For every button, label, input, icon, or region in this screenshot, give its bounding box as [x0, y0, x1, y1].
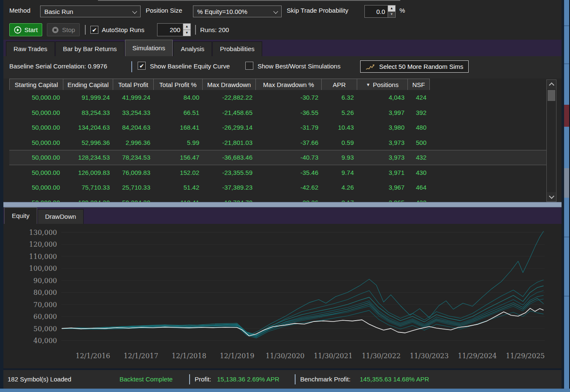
tab-equity[interactable]: Equity [4, 207, 37, 224]
autostop-checkbox[interactable]: ✔ [90, 26, 98, 34]
window-bottom-edge [0, 389, 570, 392]
column-header-max-drawdown-[interactable]: Max Drawdown % [256, 79, 322, 90]
tab-simulations[interactable]: Simulations [125, 40, 173, 56]
table-cell: 500 [408, 139, 430, 146]
column-header-positions[interactable]: ▼Positions [357, 79, 408, 90]
column-header-total-profit-[interactable]: Total Profit % [154, 79, 203, 90]
table-row[interactable]: 50,000.00109,204.3059,204.30118.41-18,72… [9, 195, 548, 202]
table-cell: 134,204.63 [63, 124, 113, 131]
table-cell: -37.66 [256, 139, 322, 146]
column-header-label: Positions [373, 81, 399, 88]
tab-raw-trades[interactable]: Raw Trades [6, 41, 55, 56]
svg-text:12/1/2017: 12/1/2017 [124, 352, 158, 360]
column-header-total-profit[interactable]: Total Profit [113, 79, 154, 90]
column-header-label: APR [333, 81, 346, 88]
column-header-starting-capital[interactable]: Starting Capital [9, 79, 63, 90]
tab-analysis[interactable]: Analysis [173, 41, 212, 56]
column-header-ending-capital[interactable]: Ending Capital [63, 79, 113, 90]
table-row[interactable]: 50,000.0091,999.2441,999.2484.00-22,882.… [9, 90, 548, 105]
show-baseline-equity-label: Show Baseline Equity Curve [150, 63, 230, 70]
chart-tabbar: Equity DrawDown [3, 207, 562, 224]
skip-trade-probability-spinner[interactable]: 0.0 ▲ ▼ [364, 5, 396, 18]
spinner-up-icon[interactable]: ▲ [183, 24, 190, 30]
column-header-label: Max Drawdown % [263, 81, 314, 88]
table-scrollbar[interactable] [546, 79, 556, 202]
show-bestworst-checkbox[interactable] [245, 62, 253, 70]
table-cell: 10.43 [322, 124, 357, 131]
stop-circle-icon [52, 26, 59, 34]
spinner-down-icon[interactable]: ▼ [183, 30, 190, 36]
svg-text:90,000: 90,000 [33, 277, 57, 285]
skip-trade-probability-value[interactable]: 0.0 [365, 5, 388, 17]
table-cell: -35.46 [256, 169, 322, 176]
table-cell: -42.62 [256, 184, 322, 191]
stop-button[interactable]: Stop [47, 23, 80, 36]
table-cell: -21,801.03 [203, 139, 256, 146]
scroll-down-icon[interactable] [547, 192, 556, 201]
table-cell: 464 [408, 184, 430, 191]
svg-text:50,000: 50,000 [33, 325, 57, 333]
table-cell: 78,234.53 [113, 154, 154, 161]
options-separator [131, 61, 132, 72]
scroll-up-icon[interactable] [547, 80, 556, 89]
autostop-runs-value[interactable]: 200 [157, 24, 183, 36]
column-header-max-drawdown[interactable]: Max Drawdown [203, 79, 256, 90]
table-cell: 3,973 [357, 139, 408, 146]
spinner-down-icon[interactable]: ▼ [388, 11, 395, 18]
column-header-label: NSF [413, 81, 425, 88]
column-header-nsf[interactable]: NSF [408, 79, 430, 90]
horizontal-splitter[interactable] [3, 202, 562, 207]
svg-text:40,000: 40,000 [33, 337, 57, 345]
table-row[interactable]: 50,000.00134,204.6384,204.63168.41-26,29… [9, 120, 548, 135]
table-cell: 424 [408, 94, 430, 101]
table-cell: 156.47 [154, 154, 203, 161]
equity-chart-svg: 40,00050,00060,00070,00080,00090,000100,… [3, 224, 562, 368]
table-cell: -23,355.59 [203, 169, 256, 176]
table-cell: 3,980 [357, 124, 408, 131]
svg-text:60,000: 60,000 [33, 313, 57, 321]
table-row[interactable]: 50,000.00126,009.8376,009.83152.02-23,35… [9, 165, 548, 180]
benchmark-profit-value: 145,355.63 14.68% APR [360, 376, 429, 383]
autostop-runs-spinner[interactable]: 200 ▲ ▼ [157, 23, 191, 36]
tab-probabilities[interactable]: Probabilities [212, 41, 262, 56]
play-circle-icon [14, 26, 22, 34]
table-row[interactable]: 50,000.00128,234.5378,234.53156.47-36,68… [9, 150, 548, 165]
scrollbar-thumb[interactable] [548, 90, 555, 101]
column-header-apr[interactable]: APR [322, 79, 357, 90]
table-cell: -37,389.23 [203, 184, 256, 191]
toolbar-separator [85, 25, 86, 35]
table-cell: 5.99 [154, 139, 203, 146]
tab-bar-by-bar-returns[interactable]: Bar by Bar Returns [55, 41, 125, 56]
table-cell: -22,882.22 [203, 94, 256, 101]
table-cell: 109,204.30 [63, 199, 113, 202]
select-random-sims-button[interactable]: Select 50 More Random Sims [360, 60, 469, 73]
table-cell: 91,999.24 [63, 94, 113, 101]
table-row[interactable]: 50,000.0083,254.3333,254.3366.51-21,458.… [9, 105, 548, 120]
svg-text:12/1/2019: 12/1/2019 [220, 352, 254, 360]
benchmark-profit-label: Benchmark Profit: [300, 376, 350, 383]
table-cell: 66.51 [154, 109, 203, 116]
table-cell: 480 [408, 124, 430, 131]
svg-text:11/30/2023: 11/30/2023 [410, 352, 448, 360]
status-bar: 182 Symbol(s) Loaded Backtest Complete P… [3, 370, 562, 389]
result-tabbar: Raw Trades Bar by Bar Returns Simulation… [3, 40, 562, 56]
table-cell: 4,043 [357, 94, 408, 101]
spinner-up-icon[interactable]: ▲ [388, 5, 395, 11]
show-baseline-equity-checkbox[interactable]: ✔ [138, 62, 146, 70]
table-cell: -21,458.65 [203, 109, 256, 116]
table-cell: 2,996.36 [113, 139, 154, 146]
percent-label: % [399, 7, 405, 14]
table-row[interactable]: 50,000.0075,710.3325,710.3351.42-37,389.… [9, 180, 548, 195]
start-button-label: Start [24, 26, 38, 33]
svg-text:11/30/2022: 11/30/2022 [362, 352, 401, 360]
position-size-dropdown[interactable]: % Equity=10.00% [193, 5, 282, 17]
table-cell: 3,965 [357, 199, 408, 202]
table-cell: 168.41 [154, 124, 203, 131]
table-row[interactable]: 50,000.0052,996.362,996.365.99-21,801.03… [9, 135, 548, 150]
table-cell: 41,999.24 [113, 94, 154, 101]
start-button[interactable]: Start [9, 23, 42, 36]
tab-drawdown[interactable]: DrawDown [38, 209, 84, 224]
profit-label: Profit: [195, 376, 211, 383]
svg-text:120,000: 120,000 [29, 240, 57, 248]
method-dropdown[interactable]: Basic Run [40, 5, 141, 17]
